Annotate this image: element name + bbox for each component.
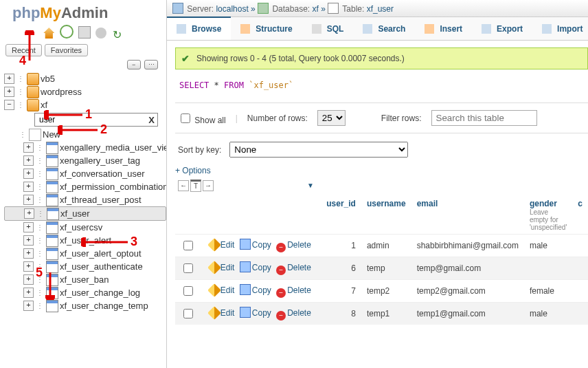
reload-icon[interactable]: ↻: [112, 30, 123, 41]
delete-button[interactable]: −Delete: [276, 240, 311, 250]
expand-icon[interactable]: +: [23, 301, 34, 311]
col-gender[interactable]: genderLeave empty for 'unspecified': [524, 196, 572, 235]
clear-filter-icon[interactable]: X: [148, 115, 155, 125]
expand-icon[interactable]: +: [23, 142, 34, 153]
options-toggle[interactable]: + Options: [175, 163, 588, 178]
row-controls: Show all | Number of rows: 25 Filter row…: [175, 106, 588, 130]
expand-icon[interactable]: +: [23, 248, 34, 259]
table-xf_user_authenticate[interactable]: +⋮xf_user_authenticate: [4, 260, 166, 273]
copy-button[interactable]: Copy: [240, 308, 271, 318]
delete-button[interactable]: −Delete: [276, 285, 311, 295]
column-icon[interactable]: T: [190, 180, 201, 192]
copy-button[interactable]: Copy: [240, 240, 271, 250]
row-checkbox[interactable]: [183, 286, 193, 296]
favorites-tab[interactable]: Favorites: [45, 44, 88, 56]
docs-icon[interactable]: [78, 26, 91, 39]
tab-search[interactable]: Search: [353, 17, 415, 40]
collapse-icon[interactable]: −: [127, 60, 141, 69]
breadcrumb-db[interactable]: xf: [312, 4, 318, 14]
move-left-icon[interactable]: ←: [178, 180, 189, 191]
move-right-icon[interactable]: →: [203, 180, 214, 191]
db-label: wordpress: [41, 87, 82, 97]
expand-icon[interactable]: +: [23, 261, 34, 272]
num-rows-select[interactable]: 25: [317, 110, 346, 126]
table-xf_user_alert[interactable]: +⋮xf_user_alert: [4, 234, 166, 247]
filter-rows-input[interactable]: [431, 110, 537, 126]
num-rows-label: Number of rows:: [247, 113, 308, 123]
show-all-control[interactable]: Show all: [178, 111, 226, 125]
copy-icon: [240, 284, 251, 295]
show-all-checkbox[interactable]: [181, 113, 190, 123]
row-checkbox[interactable]: [183, 263, 193, 273]
tab-insert[interactable]: Insert: [415, 17, 472, 40]
settings-icon[interactable]: [95, 28, 106, 39]
sort-desc-icon[interactable]: ▼: [306, 181, 315, 191]
cell-gender: male: [524, 303, 572, 325]
tab-browse[interactable]: Browse: [167, 17, 231, 40]
col-username[interactable]: username: [361, 196, 411, 235]
expand-icon[interactable]: +: [23, 288, 34, 298]
new-table[interactable]: ⋮New: [4, 128, 166, 141]
expand-icon[interactable]: +: [23, 155, 34, 166]
table-xf_user_alert_optout[interactable]: +⋮xf_user_alert_optout: [4, 247, 166, 260]
edit-button[interactable]: Edit: [210, 285, 235, 295]
edit-button[interactable]: Edit: [210, 308, 235, 318]
edit-button[interactable]: Edit: [210, 240, 235, 250]
tab-export[interactable]: Export: [472, 17, 532, 40]
db-xf[interactable]: −⋮xf: [4, 98, 166, 111]
table-icon: [46, 142, 58, 154]
table-xf_conversation_user[interactable]: +⋮xf_conversation_user: [4, 167, 166, 180]
table-xf_user_ban[interactable]: +⋮xf_user_ban: [4, 273, 166, 286]
cell-email: shabbirbhimani@gmail.com: [411, 235, 524, 257]
table-label: xf_user: [60, 208, 90, 219]
logout-icon[interactable]: [60, 25, 74, 39]
copy-button[interactable]: Copy: [240, 263, 271, 272]
collapse-icon[interactable]: −: [4, 100, 14, 110]
table-xf_permission_combination_u[interactable]: +⋮xf_permission_combination_u: [4, 180, 166, 193]
table-icon: [46, 155, 58, 167]
table-filter[interactable]: X: [34, 113, 158, 127]
expand-icon[interactable]: +: [23, 274, 34, 285]
expand-icon[interactable]: +: [24, 208, 34, 219]
row-checkbox[interactable]: [183, 241, 193, 250]
table-icon: [47, 208, 59, 220]
table-xengallery_user_tag[interactable]: +⋮xengallery_user_tag: [4, 154, 166, 167]
breadcrumb-table[interactable]: xf_user: [367, 4, 394, 14]
copy-button[interactable]: Copy: [240, 285, 271, 295]
db-vb5[interactable]: +⋮vb5: [4, 72, 166, 85]
table-xengallery_media_user_view[interactable]: +⋮xengallery_media_user_view: [4, 141, 166, 154]
table-xf_usercsv[interactable]: +⋮xf_usercsv: [4, 221, 166, 234]
expand-icon[interactable]: +: [4, 87, 14, 97]
table-xf_user_change_temp[interactable]: +⋮xf_user_change_temp: [4, 299, 166, 312]
table-label: xf_usercsv: [60, 222, 102, 232]
copy-icon: [240, 261, 251, 272]
expand-icon[interactable]: +: [23, 182, 34, 192]
db-wordpress[interactable]: +⋮wordpress: [4, 85, 166, 98]
recent-tab[interactable]: Recent: [5, 44, 42, 56]
home-icon[interactable]: [43, 28, 54, 39]
col-user-id[interactable]: user_id: [321, 196, 361, 235]
table-xf_thread_user_post[interactable]: +⋮xf_thread_user_post: [4, 193, 166, 206]
expand-icon[interactable]: +: [4, 74, 14, 84]
expand-icon[interactable]: +: [23, 169, 34, 179]
edit-button[interactable]: Edit: [210, 263, 235, 272]
table-xf_user[interactable]: +⋮xf_user: [4, 206, 166, 221]
expand-icon[interactable]: +: [23, 235, 34, 246]
row-checkbox[interactable]: [183, 309, 193, 318]
logo[interactable]: phpMyAdmin: [0, 0, 166, 23]
tab-sql[interactable]: SQL: [302, 17, 354, 40]
col-c[interactable]: c: [572, 196, 588, 235]
tab-structure[interactable]: Structure: [231, 17, 302, 40]
breadcrumb-server[interactable]: localhost: [216, 4, 248, 14]
expand-icon[interactable]: +: [23, 222, 34, 232]
structure-icon: [240, 24, 250, 34]
table-xf_user_change_log[interactable]: +⋮xf_user_change_log: [4, 286, 166, 299]
delete-button[interactable]: −Delete: [276, 263, 311, 272]
tab-import[interactable]: Import: [532, 17, 588, 40]
delete-button[interactable]: −Delete: [276, 308, 311, 318]
sort-by-key-select[interactable]: None: [229, 142, 408, 158]
expand-icon[interactable]: ⋯: [144, 60, 158, 69]
col-email[interactable]: email: [411, 196, 524, 235]
table-filter-input[interactable]: [38, 114, 148, 125]
expand-icon[interactable]: +: [23, 195, 34, 205]
